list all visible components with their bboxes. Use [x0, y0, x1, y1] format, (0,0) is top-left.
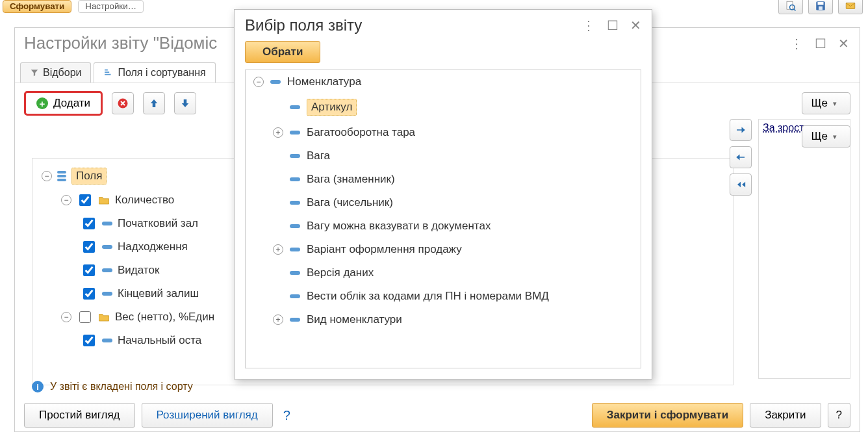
- tree-root-label: Поля: [71, 168, 107, 185]
- modal-toolbar: Обрати: [235, 37, 652, 70]
- tree-checkbox[interactable]: [83, 241, 95, 253]
- modal-tree-item[interactable]: Вагу можна вказувати в документах: [273, 214, 641, 238]
- simple-view-button[interactable]: Простий вигляд: [24, 403, 135, 428]
- modal-tree-item-label: Версія даних: [307, 266, 374, 279]
- save-icon-button[interactable]: [808, 0, 833, 14]
- expander-icon[interactable]: +: [273, 127, 283, 138]
- expander-placeholder: [273, 268, 283, 278]
- sort-more-button[interactable]: Ще ▾: [802, 125, 850, 147]
- modal-tree-item-label: Вага (чисельник): [307, 196, 393, 209]
- modal-tree-item[interactable]: Вага (знаменник): [273, 168, 641, 191]
- tree-checkbox[interactable]: [83, 264, 95, 276]
- expander-icon[interactable]: +: [273, 314, 283, 325]
- modal-tree-item-label: Вид номенклатури: [307, 313, 402, 326]
- settings-maximize-icon[interactable]: ☐: [815, 36, 826, 51]
- tree-item-label: Початковий зал: [118, 217, 198, 230]
- expander-icon[interactable]: −: [253, 77, 264, 87]
- modal-tree-root-label: Номенклатура: [287, 75, 361, 88]
- modal-tree-item-label: Вага (знаменник): [307, 173, 395, 186]
- field-dash-icon: [102, 268, 112, 273]
- expander-icon[interactable]: −: [61, 195, 71, 205]
- modal-title: Вибір поля звіту: [245, 16, 362, 34]
- preview-icon-button[interactable]: [778, 0, 803, 14]
- folder-icon: [98, 312, 110, 322]
- settings-close-icon[interactable]: ✕: [838, 36, 849, 51]
- arrow-right-icon: [735, 124, 747, 136]
- fields-more-button[interactable]: Ще ▾: [802, 92, 850, 114]
- close-and-form-button[interactable]: Закрити і сформувати: [592, 403, 743, 428]
- form-button[interactable]: Сформувати: [3, 0, 71, 13]
- modal-tree-item[interactable]: +Багатооборотна тара: [273, 121, 641, 144]
- modal-close-icon[interactable]: ✕: [630, 18, 641, 33]
- modal-maximize-icon[interactable]: ☐: [607, 18, 619, 33]
- tree-item-label: Видаток: [118, 264, 159, 277]
- tree-item-label: Начальный оста: [118, 334, 201, 347]
- modal-tree-item[interactable]: Артикул: [273, 94, 641, 121]
- move-right-button[interactable]: [730, 119, 752, 141]
- move-up-button[interactable]: [143, 92, 165, 114]
- modal-tree-item[interactable]: Вага: [273, 144, 641, 168]
- settings-button[interactable]: Настройки…: [78, 0, 144, 13]
- tab-filters[interactable]: Відбори: [20, 62, 91, 83]
- tree-checkbox[interactable]: [79, 311, 91, 323]
- tree-checkbox[interactable]: [83, 335, 95, 346]
- add-button[interactable]: + Додати: [24, 91, 103, 116]
- chevron-down-icon: ▾: [833, 99, 837, 108]
- delete-button[interactable]: [112, 92, 134, 114]
- svg-rect-12: [102, 245, 112, 249]
- field-dash-icon: [270, 80, 281, 84]
- settings-more-icon[interactable]: ⋮: [790, 36, 803, 51]
- modal-tree-wrap[interactable]: − Номенклатура Артикул+Багатооборотна та…: [245, 70, 641, 368]
- sort-right-column: За зрост…: [730, 119, 850, 379]
- info-text: У звіті є вкладені поля і сорту: [50, 381, 193, 392]
- tree-checkbox[interactable]: [79, 194, 91, 206]
- expander-icon[interactable]: −: [42, 171, 52, 181]
- modal-titlebar: Вибір поля звіту ⋮ ☐ ✕: [235, 10, 652, 37]
- extended-view-button[interactable]: Розширений вигляд: [142, 403, 273, 428]
- svg-rect-8: [105, 71, 110, 73]
- move-left-button[interactable]: [730, 146, 752, 168]
- modal-tree-item-label: Вести облік за кодами для ПН і номерами …: [307, 290, 549, 303]
- modal-tree-item-label: Варіант оформлення продажу: [307, 243, 462, 256]
- modal-tree: − Номенклатура Артикул+Багатооборотна та…: [246, 70, 641, 331]
- modal-select-button[interactable]: Обрати: [245, 41, 320, 63]
- close-button[interactable]: Закрити: [750, 403, 821, 428]
- expander-icon[interactable]: +: [273, 244, 283, 255]
- modal-more-icon[interactable]: ⋮: [582, 18, 595, 33]
- move-all-left-button[interactable]: [730, 173, 752, 196]
- expander-placeholder: [273, 198, 283, 208]
- expander-placeholder: [273, 291, 283, 301]
- modal-tree-item[interactable]: Вага (чисельник): [273, 191, 641, 214]
- tab-fields-sort[interactable]: Поля і сортування: [94, 62, 215, 83]
- tab-fields-sort-label: Поля і сортування: [118, 67, 205, 79]
- mail-icon-button[interactable]: [838, 0, 863, 14]
- floppy-icon: [815, 0, 826, 12]
- field-dash-icon: [290, 294, 300, 298]
- sort-list[interactable]: За зрост…: [758, 119, 850, 379]
- tree-item-label: Кінцевий залиш: [118, 287, 199, 300]
- svg-rect-9: [105, 74, 111, 75]
- tree-checkbox[interactable]: [83, 288, 95, 300]
- modal-tree-item[interactable]: +Вид номенклатури: [273, 308, 641, 331]
- field-dash-icon: [290, 177, 300, 181]
- expander-icon[interactable]: −: [61, 312, 71, 322]
- folder-icon: [98, 195, 110, 205]
- tree-item-label: Надходження: [118, 240, 188, 253]
- modal-tree-item[interactable]: Вести облік за кодами для ПН і номерами …: [273, 285, 641, 308]
- field-dash-icon: [290, 154, 300, 158]
- arrow-down-icon: [179, 97, 191, 109]
- field-dash-icon: [290, 201, 300, 205]
- field-dash-icon: [290, 271, 300, 275]
- modal-tree-item[interactable]: +Варіант оформлення продажу: [273, 238, 641, 261]
- modal-tree-root[interactable]: − Номенклатура: [253, 70, 641, 94]
- magnifier-page-icon: [785, 0, 797, 12]
- move-down-button[interactable]: [174, 92, 196, 114]
- delete-x-icon: [117, 97, 129, 109]
- field-dash-icon: [290, 248, 300, 251]
- field-select-modal: Вибір поля звіту ⋮ ☐ ✕ Обрати − Номенкла…: [234, 9, 652, 379]
- modal-tree-item[interactable]: Версія даних: [273, 261, 641, 285]
- field-dash-icon: [290, 224, 300, 228]
- footer-help-button[interactable]: ?: [828, 403, 850, 428]
- help-icon[interactable]: ?: [279, 408, 294, 423]
- tree-checkbox[interactable]: [83, 218, 95, 229]
